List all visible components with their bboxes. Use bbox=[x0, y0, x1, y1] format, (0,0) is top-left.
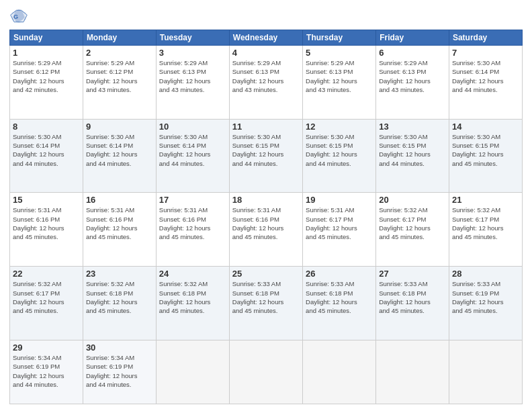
day-info: Sunrise: 5:34 AM Sunset: 6:19 PM Dayligh… bbox=[86, 353, 153, 389]
calendar-cell: 4Sunrise: 5:29 AM Sunset: 6:13 PM Daylig… bbox=[229, 46, 302, 120]
day-number: 30 bbox=[86, 342, 153, 353]
week-row-3: 15Sunrise: 5:31 AM Sunset: 6:16 PM Dayli… bbox=[10, 193, 523, 267]
day-info: Sunrise: 5:32 AM Sunset: 6:17 PM Dayligh… bbox=[13, 279, 80, 315]
calendar-cell: 17Sunrise: 5:31 AM Sunset: 6:16 PM Dayli… bbox=[156, 193, 229, 267]
calendar-cell: 3Sunrise: 5:29 AM Sunset: 6:13 PM Daylig… bbox=[156, 46, 229, 120]
day-number: 12 bbox=[306, 122, 373, 132]
calendar-cell: 16Sunrise: 5:31 AM Sunset: 6:16 PM Dayli… bbox=[83, 193, 156, 267]
day-number: 10 bbox=[159, 122, 226, 132]
day-info: Sunrise: 5:33 AM Sunset: 6:18 PM Dayligh… bbox=[379, 279, 446, 315]
day-info: Sunrise: 5:32 AM Sunset: 6:17 PM Dayligh… bbox=[452, 205, 519, 241]
day-info: Sunrise: 5:30 AM Sunset: 6:15 PM Dayligh… bbox=[232, 132, 300, 168]
calendar-cell: 7Sunrise: 5:30 AM Sunset: 6:14 PM Daylig… bbox=[449, 46, 522, 120]
day-info: Sunrise: 5:30 AM Sunset: 6:14 PM Dayligh… bbox=[452, 58, 519, 94]
day-number: 11 bbox=[232, 122, 300, 132]
svg-text:G: G bbox=[13, 13, 18, 20]
day-number: 27 bbox=[379, 269, 446, 279]
calendar-cell: 8Sunrise: 5:30 AM Sunset: 6:14 PM Daylig… bbox=[10, 119, 83, 193]
col-wednesday: Wednesday bbox=[229, 30, 302, 46]
day-number: 3 bbox=[159, 48, 226, 58]
week-row-4: 22Sunrise: 5:32 AM Sunset: 6:17 PM Dayli… bbox=[10, 267, 523, 340]
calendar-table: Sunday Monday Tuesday Wednesday Thursday… bbox=[9, 30, 523, 404]
calendar-cell: 14Sunrise: 5:30 AM Sunset: 6:15 PM Dayli… bbox=[449, 119, 522, 193]
calendar-cell: 20Sunrise: 5:32 AM Sunset: 6:17 PM Dayli… bbox=[376, 193, 449, 267]
day-info: Sunrise: 5:31 AM Sunset: 6:16 PM Dayligh… bbox=[159, 205, 226, 241]
day-info: Sunrise: 5:32 AM Sunset: 6:17 PM Dayligh… bbox=[379, 205, 446, 241]
day-info: Sunrise: 5:30 AM Sunset: 6:14 PM Dayligh… bbox=[86, 132, 153, 168]
day-number: 16 bbox=[86, 195, 153, 205]
col-tuesday: Tuesday bbox=[156, 30, 229, 46]
calendar-cell bbox=[376, 340, 449, 404]
calendar-cell: 5Sunrise: 5:29 AM Sunset: 6:13 PM Daylig… bbox=[303, 46, 376, 120]
calendar-cell: 27Sunrise: 5:33 AM Sunset: 6:18 PM Dayli… bbox=[376, 267, 449, 340]
calendar-header: G bbox=[9, 7, 523, 26]
col-saturday: Saturday bbox=[449, 30, 522, 46]
day-number: 9 bbox=[86, 122, 153, 132]
day-number: 1 bbox=[13, 48, 80, 58]
day-info: Sunrise: 5:29 AM Sunset: 6:12 PM Dayligh… bbox=[13, 58, 80, 94]
calendar-cell: 28Sunrise: 5:33 AM Sunset: 6:19 PM Dayli… bbox=[449, 267, 522, 340]
calendar-cell bbox=[156, 340, 229, 404]
calendar-cell: 30Sunrise: 5:34 AM Sunset: 6:19 PM Dayli… bbox=[83, 340, 156, 404]
logo: G bbox=[9, 7, 31, 26]
calendar-cell: 6Sunrise: 5:29 AM Sunset: 6:13 PM Daylig… bbox=[376, 46, 449, 120]
week-row-2: 8Sunrise: 5:30 AM Sunset: 6:14 PM Daylig… bbox=[10, 119, 523, 193]
day-number: 21 bbox=[452, 195, 519, 205]
day-info: Sunrise: 5:31 AM Sunset: 6:16 PM Dayligh… bbox=[232, 205, 300, 241]
day-number: 24 bbox=[159, 269, 226, 279]
day-number: 8 bbox=[13, 122, 80, 132]
week-row-5: 29Sunrise: 5:34 AM Sunset: 6:19 PM Dayli… bbox=[10, 340, 523, 404]
day-info: Sunrise: 5:32 AM Sunset: 6:18 PM Dayligh… bbox=[159, 279, 226, 315]
day-info: Sunrise: 5:34 AM Sunset: 6:19 PM Dayligh… bbox=[13, 353, 80, 389]
calendar-cell: 1Sunrise: 5:29 AM Sunset: 6:12 PM Daylig… bbox=[10, 46, 83, 120]
day-number: 18 bbox=[232, 195, 300, 205]
day-info: Sunrise: 5:30 AM Sunset: 6:14 PM Dayligh… bbox=[159, 132, 226, 168]
day-number: 5 bbox=[306, 48, 373, 58]
day-number: 17 bbox=[159, 195, 226, 205]
day-number: 14 bbox=[452, 122, 519, 132]
calendar-cell: 19Sunrise: 5:31 AM Sunset: 6:17 PM Dayli… bbox=[303, 193, 376, 267]
day-info: Sunrise: 5:33 AM Sunset: 6:19 PM Dayligh… bbox=[452, 279, 519, 315]
calendar-cell: 26Sunrise: 5:33 AM Sunset: 6:18 PM Dayli… bbox=[303, 267, 376, 340]
day-info: Sunrise: 5:29 AM Sunset: 6:13 PM Dayligh… bbox=[306, 58, 373, 94]
calendar-cell: 29Sunrise: 5:34 AM Sunset: 6:19 PM Dayli… bbox=[10, 340, 83, 404]
calendar-cell: 25Sunrise: 5:33 AM Sunset: 6:18 PM Dayli… bbox=[229, 267, 302, 340]
calendar-cell: 18Sunrise: 5:31 AM Sunset: 6:16 PM Dayli… bbox=[229, 193, 302, 267]
calendar-cell: 12Sunrise: 5:30 AM Sunset: 6:15 PM Dayli… bbox=[303, 119, 376, 193]
day-info: Sunrise: 5:31 AM Sunset: 6:16 PM Dayligh… bbox=[13, 205, 80, 241]
calendar-cell: 22Sunrise: 5:32 AM Sunset: 6:17 PM Dayli… bbox=[10, 267, 83, 340]
day-info: Sunrise: 5:30 AM Sunset: 6:15 PM Dayligh… bbox=[452, 132, 519, 168]
col-thursday: Thursday bbox=[303, 30, 376, 46]
day-number: 7 bbox=[452, 48, 519, 58]
calendar-cell: 24Sunrise: 5:32 AM Sunset: 6:18 PM Dayli… bbox=[156, 267, 229, 340]
day-info: Sunrise: 5:30 AM Sunset: 6:15 PM Dayligh… bbox=[379, 132, 446, 168]
calendar-cell: 13Sunrise: 5:30 AM Sunset: 6:15 PM Dayli… bbox=[376, 119, 449, 193]
logo-icon: G bbox=[9, 7, 28, 26]
day-number: 19 bbox=[306, 195, 373, 205]
calendar-cell: 10Sunrise: 5:30 AM Sunset: 6:14 PM Dayli… bbox=[156, 119, 229, 193]
week-row-1: 1Sunrise: 5:29 AM Sunset: 6:12 PM Daylig… bbox=[10, 46, 523, 120]
calendar-cell bbox=[449, 340, 522, 404]
calendar-cell: 11Sunrise: 5:30 AM Sunset: 6:15 PM Dayli… bbox=[229, 119, 302, 193]
day-number: 26 bbox=[306, 269, 373, 279]
calendar-cell: 15Sunrise: 5:31 AM Sunset: 6:16 PM Dayli… bbox=[10, 193, 83, 267]
day-info: Sunrise: 5:33 AM Sunset: 6:18 PM Dayligh… bbox=[306, 279, 373, 315]
day-number: 25 bbox=[232, 269, 300, 279]
day-number: 2 bbox=[86, 48, 153, 58]
day-info: Sunrise: 5:30 AM Sunset: 6:15 PM Dayligh… bbox=[306, 132, 373, 168]
day-number: 15 bbox=[13, 195, 80, 205]
day-number: 20 bbox=[379, 195, 446, 205]
day-number: 22 bbox=[13, 269, 80, 279]
calendar-cell: 2Sunrise: 5:29 AM Sunset: 6:12 PM Daylig… bbox=[83, 46, 156, 120]
day-number: 29 bbox=[13, 342, 80, 353]
day-info: Sunrise: 5:29 AM Sunset: 6:13 PM Dayligh… bbox=[232, 58, 300, 94]
day-info: Sunrise: 5:32 AM Sunset: 6:18 PM Dayligh… bbox=[86, 279, 153, 315]
day-info: Sunrise: 5:30 AM Sunset: 6:14 PM Dayligh… bbox=[13, 132, 80, 168]
day-number: 6 bbox=[379, 48, 446, 58]
calendar-cell bbox=[303, 340, 376, 404]
day-number: 13 bbox=[379, 122, 446, 132]
calendar-page: G Sunday Monday Tuesday Wednesday Thursd… bbox=[0, 0, 532, 411]
calendar-cell: 9Sunrise: 5:30 AM Sunset: 6:14 PM Daylig… bbox=[83, 119, 156, 193]
calendar-cell: 23Sunrise: 5:32 AM Sunset: 6:18 PM Dayli… bbox=[83, 267, 156, 340]
header-row: Sunday Monday Tuesday Wednesday Thursday… bbox=[10, 30, 523, 46]
